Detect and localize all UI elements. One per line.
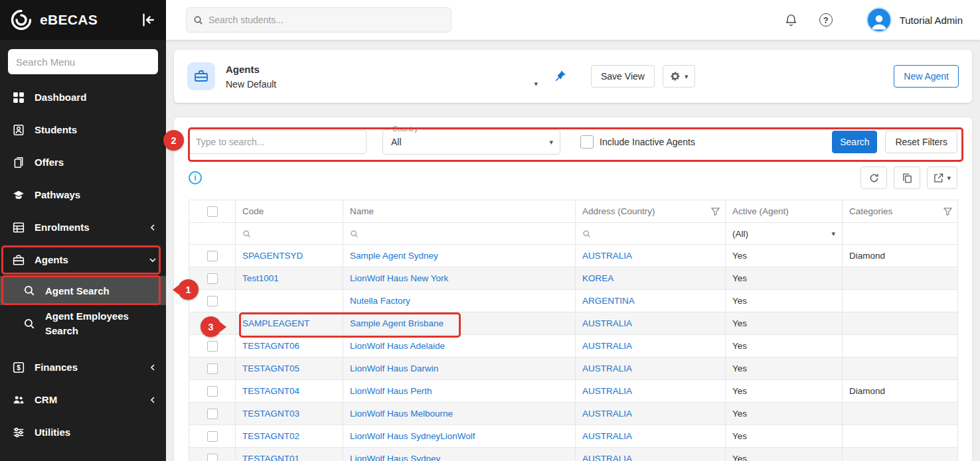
row-checkbox[interactable] xyxy=(207,273,218,284)
cell-country[interactable]: AUSTRALIA xyxy=(576,425,726,448)
menu-search-input[interactable] xyxy=(8,49,158,74)
agent-filter-search-input[interactable] xyxy=(189,130,367,154)
column-header-code[interactable]: Code xyxy=(236,200,343,223)
cell-name[interactable]: LionWolf Haus New York xyxy=(343,267,576,290)
export-button[interactable]: ▾ xyxy=(927,166,957,189)
sidebar-item-agent-search[interactable]: Agent Search xyxy=(0,276,166,305)
cell-code[interactable]: TESTAGNT02 xyxy=(236,425,343,448)
sidebar-item-agents[interactable]: Agents xyxy=(0,243,166,276)
grid-row[interactable]: TESTAGNT05LionWolf Haus DarwinAUSTRALIAY… xyxy=(189,358,958,380)
row-checkbox[interactable] xyxy=(207,454,218,461)
cell-country[interactable]: AUSTRALIA xyxy=(576,335,726,358)
cell-name[interactable]: Sample Agent Brisbane xyxy=(343,312,576,335)
grid-row[interactable]: Nutella FactoryARGENTINAYes xyxy=(189,290,958,312)
grid-row[interactable]: TESTAGNT01LionWolf Haus SydneyAUSTRALIAY… xyxy=(189,448,958,461)
filter-cell-name[interactable] xyxy=(343,223,576,245)
view-settings-button[interactable]: ▾ xyxy=(663,65,696,88)
column-header-active[interactable]: Active (Agent) xyxy=(726,200,843,223)
cell-country[interactable]: ARGENTINA xyxy=(576,290,726,312)
row-checkbox[interactable] xyxy=(207,363,218,374)
row-checkbox[interactable] xyxy=(207,409,218,419)
cell-code[interactable]: TESTAGNT01 xyxy=(236,448,343,461)
grid-row[interactable]: TESTAGNT04LionWolf Haus PerthAUSTRALIAYe… xyxy=(189,380,958,403)
cell-code[interactable]: TESTAGNT04 xyxy=(236,380,343,403)
grid-row[interactable]: Test1001LionWolf Haus New YorkKOREAYes xyxy=(189,267,958,290)
save-view-button[interactable]: Save View xyxy=(591,65,655,88)
new-agent-button[interactable]: New Agent xyxy=(894,65,959,88)
sidebar-nav: Dashboard Students Offers Pathways xyxy=(0,81,166,461)
cell-country[interactable]: KOREA xyxy=(576,267,726,290)
cell-name[interactable]: LionWolf Haus Darwin xyxy=(343,358,576,380)
row-checkbox[interactable] xyxy=(207,386,218,397)
cell-active: Yes xyxy=(726,380,843,403)
row-select-cell xyxy=(189,312,236,335)
filter-cell-categories[interactable] xyxy=(843,223,958,245)
filter-funnel-icon[interactable] xyxy=(711,207,720,216)
grid-row[interactable]: TESTAGNT03LionWolf Haus MelbourneAUSTRAL… xyxy=(189,403,958,425)
cell-name[interactable]: LionWolf Haus Adelaide xyxy=(343,335,576,358)
cell-country[interactable]: AUSTRALIA xyxy=(576,245,726,267)
cell-country[interactable]: AUSTRALIA xyxy=(576,448,726,461)
cell-code[interactable]: TESTAGNT05 xyxy=(236,358,343,380)
include-inactive-checkbox[interactable] xyxy=(580,135,594,149)
active-filter-value: (All) xyxy=(732,229,748,239)
select-all-checkbox[interactable] xyxy=(207,206,218,217)
grid-row[interactable]: SPAGENTSYDSample Agent SydneyAUSTRALIAYe… xyxy=(189,245,958,267)
cell-code[interactable]: TESTAGNT06 xyxy=(236,335,343,358)
refresh-button[interactable] xyxy=(860,166,887,189)
country-select-value: All xyxy=(383,137,402,147)
cell-code[interactable]: SAMPLEAGENT xyxy=(236,312,343,335)
sidebar-item-agent-employees-search[interactable]: Agent Employees Search xyxy=(0,305,166,342)
row-checkbox[interactable] xyxy=(207,251,218,261)
help-icon[interactable]: ? xyxy=(817,11,835,29)
sidebar-item-dashboard[interactable]: Dashboard xyxy=(0,81,166,113)
sidebar-item-offers[interactable]: Offers xyxy=(0,146,166,178)
sidebar-item-utilities[interactable]: Utilities xyxy=(0,416,166,448)
cell-name[interactable]: LionWolf Haus Sydney xyxy=(343,448,576,461)
grid-row[interactable]: TESTAGNT06LionWolf Haus AdelaideAUSTRALI… xyxy=(189,335,958,358)
cell-name[interactable]: LionWolf Haus Melbourne xyxy=(343,403,576,425)
cell-name[interactable]: Sample Agent Sydney xyxy=(343,245,576,267)
filter-cell-active[interactable]: (All) ▾ xyxy=(726,223,843,245)
row-checkbox[interactable] xyxy=(207,296,218,306)
notifications-bell-icon[interactable] xyxy=(783,11,800,29)
cell-country[interactable]: AUSTRALIA xyxy=(576,312,726,335)
pin-view-icon[interactable] xyxy=(552,69,567,84)
sidebar-item-enrolments[interactable]: Enrolments xyxy=(0,211,166,243)
sidebar-collapse-icon[interactable] xyxy=(139,11,157,29)
copy-button[interactable] xyxy=(894,166,920,189)
filter-cell-address[interactable] xyxy=(576,223,726,245)
student-search-input[interactable] xyxy=(208,15,444,25)
row-checkbox[interactable] xyxy=(207,318,218,329)
cell-country[interactable]: AUSTRALIA xyxy=(576,380,726,403)
view-selector[interactable]: New Default ▾ xyxy=(226,79,538,90)
cell-code[interactable]: SPAGENTSYD xyxy=(236,245,343,267)
filter-funnel-icon[interactable] xyxy=(943,207,952,216)
row-checkbox[interactable] xyxy=(207,341,218,352)
country-select[interactable]: Country All ▾ xyxy=(382,129,560,155)
grid-row[interactable]: TESTAGNT02LionWolf Haus SydneyLionWolfAU… xyxy=(189,425,958,448)
column-header-address[interactable]: Address (Country) xyxy=(576,200,726,223)
cell-country[interactable]: AUSTRALIA xyxy=(576,358,726,380)
cell-name[interactable]: LionWolf Haus SydneyLionWolf xyxy=(343,425,576,448)
sidebar-item-finances[interactable]: $ Finances xyxy=(0,351,166,383)
column-header-categories[interactable]: Categories xyxy=(843,200,958,223)
cell-code[interactable]: Test1001 xyxy=(236,267,343,290)
search-button[interactable]: Search xyxy=(832,131,877,153)
column-header-name[interactable]: Name xyxy=(343,200,576,223)
sidebar-item-pathways[interactable]: Pathways xyxy=(0,178,166,211)
sidebar-item-students[interactable]: Students xyxy=(0,113,166,146)
sidebar-item-crm[interactable]: CRM xyxy=(0,383,166,416)
info-icon[interactable]: i xyxy=(189,171,202,184)
grid-row[interactable]: SAMPLEAGENTSample Agent BrisbaneAUSTRALI… xyxy=(189,312,958,335)
cell-name[interactable]: LionWolf Haus Perth xyxy=(343,380,576,403)
row-checkbox[interactable] xyxy=(207,431,218,442)
include-inactive-checkbox-group[interactable]: Include Inactive Agents xyxy=(580,135,695,149)
filter-cell-code[interactable] xyxy=(236,223,343,245)
user-menu[interactable]: Tutorial Admin xyxy=(866,7,963,33)
cell-country[interactable]: AUSTRALIA xyxy=(576,403,726,425)
cell-code[interactable]: TESTAGNT03 xyxy=(236,403,343,425)
cell-name[interactable]: Nutella Factory xyxy=(343,290,576,312)
cell-code[interactable] xyxy=(236,290,343,312)
reset-filters-button[interactable]: Reset Filters xyxy=(885,131,957,153)
